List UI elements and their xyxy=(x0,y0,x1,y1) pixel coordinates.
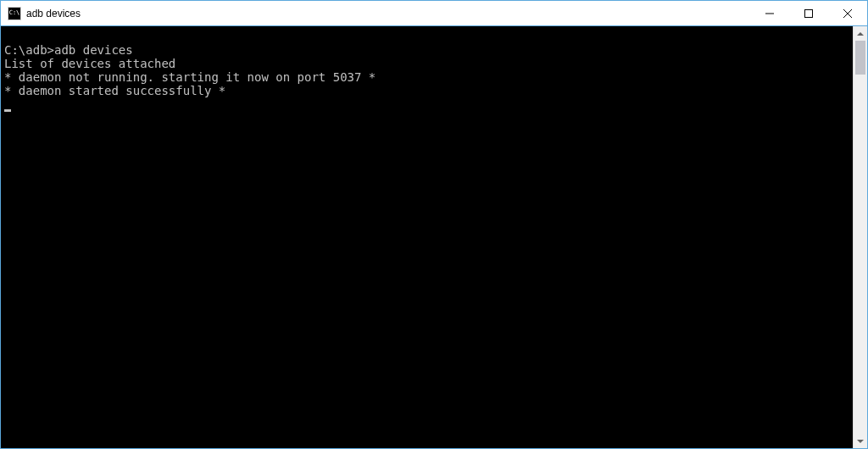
app-icon-text: C:\ xyxy=(9,10,20,16)
content-area: C:\adb>adb devices List of devices attac… xyxy=(1,26,867,448)
command-prompt-window: C:\ adb devices C:\adb>adb devices List … xyxy=(0,0,868,449)
scroll-down-button[interactable] xyxy=(854,434,867,448)
window-controls xyxy=(750,1,867,25)
titlebar[interactable]: C:\ adb devices xyxy=(1,1,867,26)
maximize-icon xyxy=(804,9,813,18)
output-line: * daemon not running. starting it now on… xyxy=(4,70,376,84)
scroll-up-button[interactable] xyxy=(854,26,867,41)
output-line: List of devices attached xyxy=(4,57,175,70)
command-text: adb devices xyxy=(54,43,133,57)
prompt: C:\adb> xyxy=(4,43,54,57)
terminal-line: C:\adb>adb devices List of devices attac… xyxy=(4,43,376,97)
svg-marker-5 xyxy=(857,440,864,443)
svg-marker-4 xyxy=(857,32,864,36)
terminal-output[interactable]: C:\adb>adb devices List of devices attac… xyxy=(1,26,853,448)
window-title: adb devices xyxy=(26,8,81,19)
scroll-track[interactable] xyxy=(854,41,867,434)
app-icon: C:\ xyxy=(8,7,21,20)
maximize-button[interactable] xyxy=(789,1,828,25)
output-line: * daemon started successfully * xyxy=(4,84,225,97)
chevron-up-icon xyxy=(857,32,864,36)
minimize-button[interactable] xyxy=(750,1,789,25)
cursor xyxy=(4,109,11,112)
close-button[interactable] xyxy=(828,1,867,25)
close-icon xyxy=(843,9,852,18)
chevron-down-icon xyxy=(857,440,864,443)
scroll-thumb[interactable] xyxy=(855,41,865,75)
svg-rect-1 xyxy=(805,9,813,17)
minimize-icon xyxy=(765,9,774,18)
vertical-scrollbar[interactable] xyxy=(853,26,867,448)
